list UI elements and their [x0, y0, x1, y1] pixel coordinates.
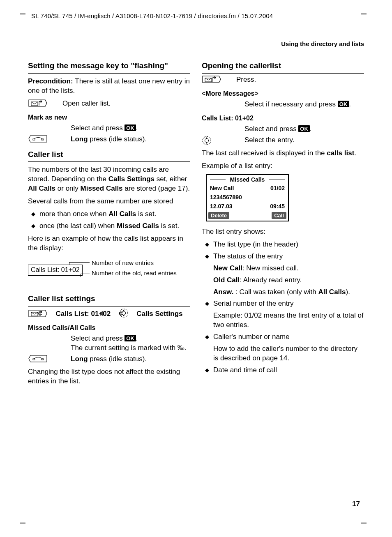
- ok-badge: OK: [125, 335, 136, 341]
- select-if-necessary: Select if necessary and press OK.: [244, 100, 364, 109]
- list-item: The status of the entry New Call: New mi…: [205, 252, 364, 297]
- shows-label: The list entry shows:: [202, 227, 364, 237]
- long-press-2: Long press (idle status).: [71, 355, 190, 364]
- page-number: 17: [352, 500, 360, 508]
- press-label: Press.: [236, 75, 364, 85]
- display-cell: 12.07.03: [210, 203, 233, 210]
- nav-sequence: ¢ Calls List: 01+02 ¢ ¢ Calls Settings: [28, 308, 190, 319]
- list-item: Serial number of the entry Example: 01/0…: [205, 299, 364, 330]
- nav-key-icon: [202, 136, 240, 145]
- select-and-press: Select and press OK.: [71, 124, 190, 133]
- svg-rect-6: [33, 359, 35, 360]
- example-label: Example of a list entry:: [202, 161, 364, 171]
- select-and-press-3: Select and press OK.: [244, 124, 364, 134]
- long-press-1: Long press (idle status).: [71, 135, 190, 144]
- message-key-icon: [28, 99, 58, 107]
- entry-shows-list: The list type (in the header) The status…: [202, 240, 364, 375]
- last-call-note: The last call received is displayed in t…: [202, 149, 364, 158]
- list-item: Date and time of call: [205, 366, 364, 375]
- heading-callerlist: Caller list: [28, 150, 190, 162]
- display-cell: 1234567890: [210, 194, 242, 201]
- left-column: Setting the message key to "flashing" Pr…: [28, 55, 190, 389]
- change-note: Changing the list type does not affect t…: [28, 367, 190, 386]
- running-head: Using the directory and lists: [25, 40, 364, 47]
- right-column: Opening the callerlist Press. <More Mess…: [202, 55, 364, 389]
- message-key-icon: [28, 309, 48, 318]
- callerlist-p2: Several calls from the same number are s…: [28, 197, 190, 206]
- display-cell: 01/02: [270, 185, 285, 191]
- softkey-delete[interactable]: Delete: [208, 212, 229, 219]
- softkey-call[interactable]: Call: [272, 212, 286, 219]
- list-item: more than once when All Calls is set.: [31, 210, 190, 219]
- display-cell: New Call: [210, 185, 234, 191]
- doc-header-path: SL 740/SL 745 / IM-englisch / A31008-L74…: [25, 12, 367, 21]
- ok-badge: OK: [125, 124, 136, 131]
- mark-as-new: Mark as new: [28, 113, 190, 121]
- display-example: Missed Calls New Call 01/02 1234567890 1…: [206, 174, 289, 221]
- callerlist-bullets: more than once when All Calls is set. on…: [28, 210, 190, 231]
- svg-point-10: [205, 138, 209, 142]
- display-cell: 09:45: [270, 203, 285, 210]
- hangup-key-icon: [28, 355, 66, 363]
- open-caller-list: Open caller list.: [62, 99, 190, 108]
- select-the-entry: Select the entry.: [244, 136, 364, 145]
- missed-all-calls: Missed Calls/All Calls: [28, 324, 190, 332]
- svg-rect-2: [42, 139, 44, 140]
- precondition-label: Precondition:: [28, 77, 75, 85]
- callerlist-p3: Here is an example of how the calls list…: [28, 234, 190, 253]
- ok-badge: OK: [338, 101, 349, 107]
- svg-rect-1: [33, 139, 35, 140]
- list-item: once (the last call) when Missed Calls i…: [31, 221, 190, 231]
- select-and-press-2: Select and press OK. The current setting…: [71, 334, 190, 353]
- ok-badge: OK: [298, 125, 310, 132]
- callout-new-entries: Number of new entries: [92, 259, 154, 267]
- heading-settings: Caller list settings: [28, 294, 190, 307]
- calls-list-label: Calls List: 01+02: [202, 114, 364, 122]
- hangup-key-icon: [28, 135, 66, 143]
- heading-flashing: Setting the message key to "flashing": [28, 61, 190, 74]
- callslist-box: Calls List: 01+02: [28, 265, 83, 276]
- more-messages: <More Messages>: [202, 90, 364, 97]
- display-head: Missed Calls: [207, 175, 288, 184]
- message-key-icon: [202, 75, 231, 83]
- nav-step-4: Calls Settings: [136, 310, 182, 318]
- precondition: Precondition: There is still at least on…: [28, 77, 190, 96]
- list-item: Caller's number or name How to add the c…: [205, 332, 364, 363]
- callslist-callout: Calls List: 01+02 Number of new entries …: [28, 257, 190, 288]
- callerlist-p1: The numbers of the last 30 incoming call…: [28, 165, 190, 194]
- svg-rect-7: [42, 359, 44, 360]
- callout-old-entries: Number of the old, read entries: [92, 270, 177, 277]
- heading-opening: Opening the callerlist: [202, 61, 364, 74]
- list-item: The list type (in the header): [205, 240, 364, 249]
